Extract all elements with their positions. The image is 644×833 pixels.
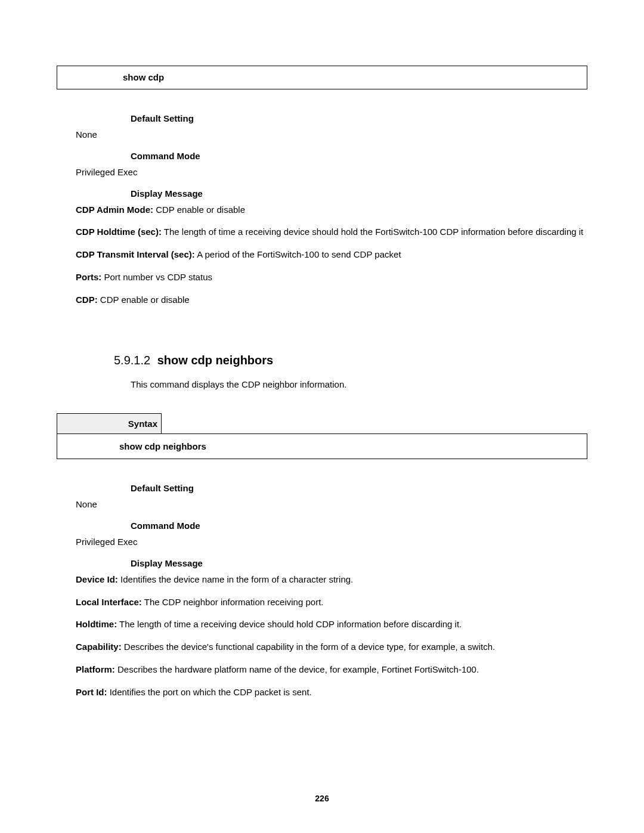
command-mode-value: Privileged Exec bbox=[76, 166, 587, 179]
syntax-header-row: Syntax bbox=[57, 413, 587, 434]
display-item: Device Id: Identifies the device name in… bbox=[76, 573, 587, 586]
term: Ports: bbox=[76, 272, 101, 282]
default-setting-value: None bbox=[76, 128, 587, 141]
term: Port Id: bbox=[76, 687, 107, 697]
display-item: Local Interface: The CDP neighbor inform… bbox=[76, 596, 587, 609]
desc: CDP enable or disable bbox=[153, 205, 245, 215]
term: Holdtime: bbox=[76, 619, 117, 629]
term: CDP Transmit Interval (sec): bbox=[76, 249, 195, 259]
desc: Describes the device's functional capabi… bbox=[122, 642, 496, 652]
display-item: CDP Holdtime (sec): The length of time a… bbox=[76, 225, 587, 239]
display-item: Platform: Describes the hardware platfor… bbox=[76, 663, 587, 676]
default-setting-value: None bbox=[76, 498, 587, 511]
term: CDP Holdtime (sec): bbox=[76, 227, 162, 237]
subsection-intro: This command displays the CDP neighbor i… bbox=[131, 379, 587, 389]
display-item: Ports: Port number vs CDP status bbox=[76, 271, 587, 284]
term: CDP Admin Mode: bbox=[76, 205, 153, 215]
default-setting-heading: Default Setting bbox=[131, 113, 587, 123]
subsection-name: show cdp neighbors bbox=[157, 354, 273, 367]
desc: Identifies the port on which the CDP pac… bbox=[107, 687, 312, 697]
display-message-heading: Display Message bbox=[131, 188, 587, 199]
term: Capability: bbox=[76, 642, 122, 652]
display-item: CDP: CDP enable or disable bbox=[76, 293, 587, 306]
command-mode-heading: Command Mode bbox=[131, 521, 587, 531]
term: Local Interface: bbox=[76, 597, 142, 607]
syntax-command: show cdp neighbors bbox=[57, 433, 587, 459]
display-message-heading: Display Message bbox=[131, 558, 587, 568]
term: Device Id: bbox=[76, 574, 118, 584]
default-setting-heading: Default Setting bbox=[131, 483, 587, 493]
term: Platform: bbox=[76, 664, 115, 674]
desc: Identifies the device name in the form o… bbox=[118, 574, 353, 584]
command-mode-heading: Command Mode bbox=[131, 151, 587, 161]
command-box: show cdp bbox=[57, 66, 587, 89]
command-mode-value: Privileged Exec bbox=[76, 535, 587, 549]
syntax-label: Syntax bbox=[57, 413, 162, 434]
syntax-block: Syntax show cdp neighbors bbox=[57, 413, 587, 459]
subsection-title: 5.9.1.2 show cdp neighbors bbox=[114, 354, 587, 367]
command-text: show cdp bbox=[123, 72, 164, 82]
display-item: CDP Admin Mode: CDP enable or disable bbox=[76, 203, 587, 216]
desc: The CDP neighbor information receiving p… bbox=[142, 597, 324, 607]
display-item: Capability: Describes the device's funct… bbox=[76, 640, 587, 654]
desc: CDP enable or disable bbox=[98, 295, 190, 305]
display-item: CDP Transmit Interval (sec): A period of… bbox=[76, 248, 587, 261]
page-number: 226 bbox=[0, 794, 644, 803]
desc: Describes the hardware platform name of … bbox=[115, 664, 479, 674]
desc: The length of time a receiving device sh… bbox=[117, 619, 462, 629]
desc: A period of the FortiSwitch-100 to send … bbox=[195, 249, 401, 259]
term: CDP: bbox=[76, 295, 98, 305]
display-item: Port Id: Identifies the port on which th… bbox=[76, 686, 587, 699]
desc: The length of time a receiving device sh… bbox=[162, 227, 583, 237]
desc: Port number vs CDP status bbox=[101, 272, 212, 282]
subsection-number: 5.9.1.2 bbox=[114, 354, 150, 367]
display-item: Holdtime: The length of time a receiving… bbox=[76, 618, 587, 631]
